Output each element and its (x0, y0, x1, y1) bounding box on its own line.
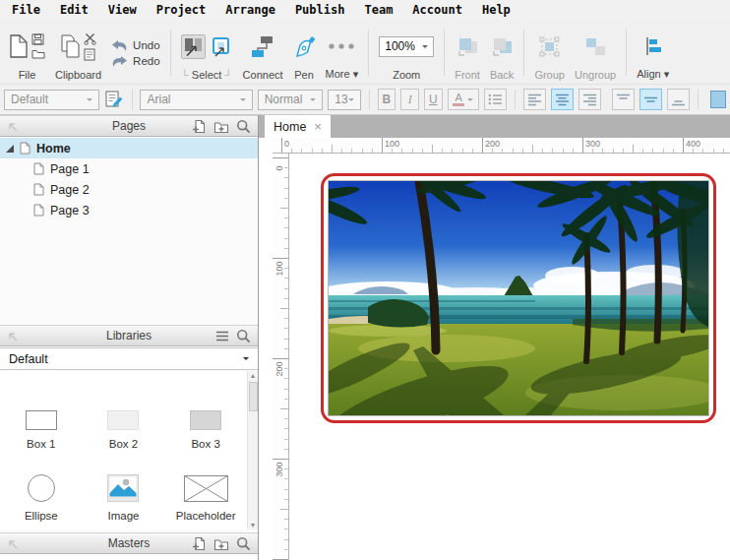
menu-view[interactable]: View (98, 3, 147, 17)
front-button[interactable]: Front (450, 22, 485, 84)
valign-top-button[interactable] (612, 89, 635, 110)
align-center-button[interactable] (551, 89, 574, 110)
placeholder-widget-icon (184, 475, 228, 502)
add-folder-icon[interactable] (213, 536, 229, 551)
add-page-icon[interactable] (192, 536, 207, 551)
italic-button[interactable]: I (400, 89, 419, 110)
back-button[interactable]: Back (485, 22, 518, 84)
scroll-up-icon[interactable]: ▴ (251, 371, 255, 380)
bold-button[interactable]: B (378, 89, 396, 110)
page-label: Home (36, 142, 71, 156)
font-weight-dropdown[interactable]: Normal (258, 90, 324, 110)
caret-down-icon (87, 98, 92, 104)
add-folder-icon[interactable] (213, 119, 229, 134)
page-row-home[interactable]: Home (0, 138, 258, 158)
menu-project[interactable]: Project (147, 3, 216, 17)
more-button[interactable]: More ▾ (321, 22, 364, 84)
scrollbar-thumb[interactable] (249, 382, 258, 411)
menu-arrange[interactable]: Arrange (215, 3, 285, 17)
image-widget-beach-photo[interactable] (329, 181, 708, 415)
widget-placeholder[interactable]: Placeholder (164, 454, 247, 527)
design-canvas[interactable]: Home × 0 100 200 300 400 0 100 200 300 4… (259, 115, 730, 560)
caret-down-icon (243, 357, 249, 363)
collapse-panel-icon[interactable] (6, 537, 19, 550)
library-scrollbar[interactable]: ▴ ▾ (247, 371, 258, 529)
menu-account[interactable]: Account (402, 3, 472, 17)
pages-tree: Home Page 1 Page 2 P (0, 138, 258, 220)
widget-ellipse[interactable]: Ellipse (0, 454, 83, 527)
main-toolbar: File Clipboard (0, 20, 730, 85)
search-icon[interactable] (236, 329, 251, 343)
menu-bar: File Edit View Project Arrange Publish T… (0, 0, 730, 20)
font-color-button[interactable]: A (448, 89, 479, 110)
bracket-left-icon: └ (181, 69, 189, 81)
valign-bottom-button[interactable] (667, 89, 690, 110)
page-label: Page 2 (50, 183, 90, 197)
align-left-button[interactable] (523, 89, 546, 110)
page-row[interactable]: Page 3 (0, 200, 258, 220)
caret-down-icon (310, 98, 316, 104)
library-widgets: Box 1 Box 2 Box 3 Ellipse (0, 371, 258, 529)
menu-team[interactable]: Team (354, 3, 402, 17)
panel-menu-icon[interactable] (215, 331, 229, 342)
undo-button[interactable]: Undo (111, 39, 160, 52)
group-button[interactable]: Group (529, 22, 570, 84)
menu-publish[interactable]: Publish (285, 3, 355, 17)
add-page-icon[interactable] (192, 119, 207, 134)
collapse-panel-icon[interactable] (6, 330, 19, 342)
underline-button[interactable]: U (424, 89, 443, 110)
tab-close-icon[interactable]: × (314, 120, 322, 133)
bracket-right-icon: ┘ (224, 69, 232, 81)
library-select-dropdown[interactable]: Default (0, 347, 258, 370)
toolbar-divider (368, 30, 369, 76)
page-row[interactable]: Page 2 (0, 179, 258, 200)
search-icon[interactable] (236, 536, 251, 551)
select-contained-button[interactable] (209, 34, 233, 59)
zoom-dropdown[interactable]: 100% (379, 36, 434, 57)
redo-button[interactable]: Redo (111, 55, 160, 68)
clipboard-group-button[interactable]: Clipboard (50, 22, 106, 84)
widget-style-dropdown[interactable]: Default (4, 90, 99, 110)
bullet-list-button[interactable] (484, 89, 507, 110)
select-contained-icon (211, 36, 231, 57)
widget-box3[interactable]: Box 3 (164, 381, 247, 454)
page-icon (33, 204, 44, 217)
align-right-button[interactable] (578, 89, 601, 110)
widget-box1[interactable]: Box 1 (0, 381, 83, 454)
pen-icon (293, 35, 316, 58)
edit-style-icon[interactable] (104, 90, 124, 109)
caret-down-icon (467, 98, 473, 104)
zoom-label: Zoom (393, 67, 420, 81)
zoom-value: 100% (385, 39, 415, 53)
widget-box2[interactable]: Box 2 (83, 381, 165, 454)
align-icon (643, 36, 663, 56)
fill-color-swatch[interactable] (710, 91, 726, 108)
valign-middle-button[interactable] (639, 89, 662, 110)
more-dots-icon (327, 42, 356, 50)
font-size-dropdown[interactable]: 13 (328, 90, 360, 110)
scroll-down-icon[interactable]: ▾ (251, 521, 255, 529)
format-divider (132, 90, 133, 109)
connect-button[interactable]: Connect (238, 22, 288, 84)
caret-down-icon (240, 98, 246, 104)
collapse-panel-icon[interactable] (6, 120, 19, 133)
redo-label: Redo (133, 55, 160, 67)
select-intersected-button[interactable] (181, 34, 206, 59)
pages-panel-header: Pages (0, 115, 258, 137)
file-group-button[interactable]: File (4, 22, 50, 84)
pen-button[interactable]: Pen (288, 22, 321, 84)
menu-help[interactable]: Help (472, 3, 520, 17)
tree-expanded-icon[interactable] (6, 145, 14, 153)
align-button[interactable]: Align ▾ (632, 22, 674, 84)
tab-home[interactable]: Home × (265, 115, 331, 138)
menu-edit[interactable]: Edit (50, 3, 98, 17)
more-label: More ▾ (326, 66, 359, 81)
widget-image[interactable]: Image (83, 454, 165, 527)
search-icon[interactable] (236, 119, 251, 134)
widget-label: Ellipse (25, 510, 58, 522)
page-row[interactable]: Page 1 (0, 158, 258, 179)
font-family-dropdown[interactable]: Arial (140, 90, 252, 110)
menu-file[interactable]: File (2, 3, 50, 17)
libraries-panel-title: Libraries (106, 329, 152, 342)
ungroup-button[interactable]: Ungroup (570, 22, 621, 84)
